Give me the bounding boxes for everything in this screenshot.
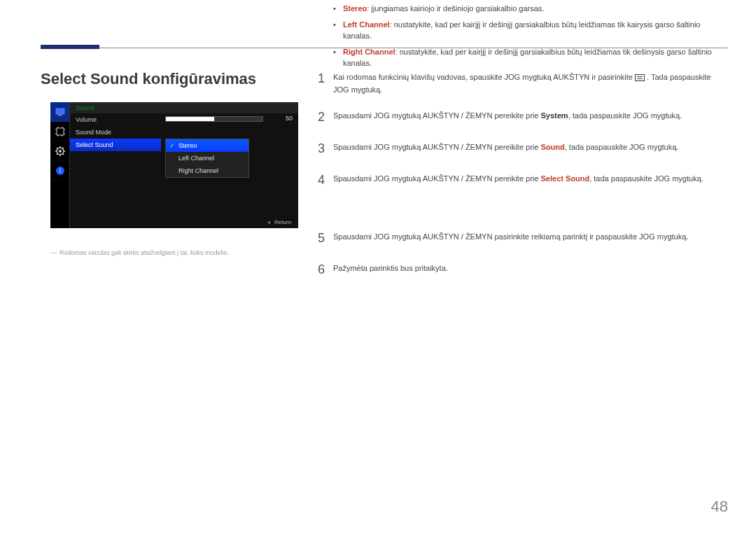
bullet-list: • Stereo: įjungiamas kairiojo ir dešinio… xyxy=(333,3,725,69)
step-number: 5 xyxy=(318,228,333,248)
header-rule-accent xyxy=(41,45,99,49)
step-number: 2 xyxy=(318,107,333,127)
step-body: Spausdami JOG mygtuką AUKŠTYN / ŽEMYN pa… xyxy=(333,228,728,248)
step-body: Spausdami JOG mygtuką AUKŠTYN / ŽEMYN pe… xyxy=(333,107,728,127)
osd-disclaimer-text: Rodomas vaizdas gali skirtis atsižvelgia… xyxy=(59,249,229,256)
svg-rect-2 xyxy=(57,128,64,135)
step-text: , tada paspauskite JOG mygtuką. xyxy=(568,111,682,120)
osd-body: Volume Sound Mode Select Sound 50 Stereo… xyxy=(70,113,298,228)
menu-icon xyxy=(635,74,645,81)
svg-rect-0 xyxy=(56,108,64,114)
bullet-text: : nustatykite, kad per kairįjį ir dešinį… xyxy=(343,20,700,41)
volume-slider[interactable] xyxy=(165,116,263,122)
bullet-text: : įjungiamas kairiojo ir dešiniojo garsi… xyxy=(367,4,544,13)
bullet-label: Stereo xyxy=(343,4,367,13)
option-stereo[interactable]: Stereo xyxy=(166,139,248,152)
osd-sidebar: i xyxy=(50,102,70,228)
osd-row-volume[interactable]: Volume xyxy=(70,113,161,126)
step-text: Spausdami JOG mygtuką AUKŠTYN / ŽEMYN pe… xyxy=(333,111,541,120)
osd-tab-picture-icon[interactable] xyxy=(50,102,69,122)
step-1: 1 Kai rodomas funkcinių klavišų vadovas,… xyxy=(318,69,728,96)
bullet-dot-icon: • xyxy=(333,46,343,69)
osd-tab-settings-icon[interactable] xyxy=(50,141,69,161)
step-number: 1 xyxy=(318,69,333,96)
bullet-right: • Right Channel: nustatykite, kad per ka… xyxy=(333,46,725,69)
volume-value: 50 xyxy=(286,115,293,122)
header-rule xyxy=(41,48,728,48)
step-text: Kai rodomas funkcinių klavišų vadovas, s… xyxy=(333,73,635,81)
keyword-sound: Sound xyxy=(541,143,565,151)
bullet-left: • Left Channel: nustatykite, kad per kai… xyxy=(333,19,725,42)
bullet-dot-icon: • xyxy=(333,3,343,15)
steps-list: 1 Kai rodomas funkcinių klavišų vadovas,… xyxy=(318,69,728,202)
step-number: 6 xyxy=(318,260,333,280)
bullet-label: Left Channel xyxy=(343,20,390,29)
step-text: , tada paspauskite JOG mygtuką. xyxy=(589,174,704,183)
osd-row-select-sound[interactable]: Select Sound xyxy=(70,139,161,151)
page-title: Select Sound konfigūravimas xyxy=(41,70,256,88)
osd-panel: i Sound Volume Sound Mode Select Sound 5… xyxy=(50,102,298,228)
step-2: 2 Spausdami JOG mygtuką AUKŠTYN / ŽEMYN … xyxy=(318,107,728,127)
osd-main: Sound Volume Sound Mode Select Sound 50 … xyxy=(70,102,298,228)
bullet-text: : nustatykite, kad per kairįjį ir dešinį… xyxy=(343,48,712,68)
step-body: Spausdami JOG mygtuką AUKŠTYN / ŽEMYN pe… xyxy=(333,170,728,190)
step-body: Spausdami JOG mygtuką AUKŠTYN / ŽEMYN pe… xyxy=(333,139,728,159)
osd-tab-screen-icon[interactable] xyxy=(50,122,69,141)
osd-header: Sound xyxy=(70,102,298,113)
osd-row-sound-mode[interactable]: Sound Mode xyxy=(70,126,161,139)
osd-disclaimer: ―Rodomas vaizdas gali skirtis atsižvelgi… xyxy=(50,249,229,256)
osd-menu-column: Volume Sound Mode Select Sound xyxy=(70,113,161,228)
bullet-dot-icon: • xyxy=(333,19,343,42)
step-text: Spausdami JOG mygtuką AUKŠTYN / ŽEMYN pe… xyxy=(333,174,541,183)
step-number: 3 xyxy=(318,139,333,159)
step-number: 4 xyxy=(318,170,333,190)
step-4: 4 Spausdami JOG mygtuką AUKŠTYN / ŽEMYN … xyxy=(318,170,728,190)
step-body: Pažymėta parinktis bus pritaikyta. xyxy=(333,260,728,280)
keyword-select-sound: Select Sound xyxy=(541,174,590,183)
osd-return[interactable]: Return xyxy=(267,219,291,225)
option-left-channel[interactable]: Left Channel xyxy=(166,152,248,164)
page-number: 48 xyxy=(711,498,728,516)
steps-list-cont: 5 Spausdami JOG mygtuką AUKŠTYN / ŽEMYN … xyxy=(318,228,728,291)
bullet-stereo: • Stereo: įjungiamas kairiojo ir dešinio… xyxy=(333,3,725,15)
svg-text:i: i xyxy=(59,167,61,174)
osd-value-column: 50 Stereo Left Channel Right Channel xyxy=(161,113,298,228)
step-text: Spausdami JOG mygtuką AUKŠTYN / ŽEMYN pe… xyxy=(333,143,541,151)
keyword-system: System xyxy=(541,111,568,120)
bullet-label: Right Channel xyxy=(343,48,396,56)
select-sound-dropdown: Stereo Left Channel Right Channel xyxy=(165,139,249,178)
step-6: 6 Pažymėta parinktis bus pritaikyta. xyxy=(318,260,728,280)
step-text: , tada paspauskite JOG mygtuką. xyxy=(565,143,679,151)
osd-tab-info-icon[interactable]: i xyxy=(50,161,69,181)
option-right-channel[interactable]: Right Channel xyxy=(166,164,248,177)
step-body: Kai rodomas funkcinių klavišų vadovas, s… xyxy=(333,69,728,96)
svg-point-4 xyxy=(59,150,62,153)
svg-rect-1 xyxy=(58,115,62,115)
step-5: 5 Spausdami JOG mygtuką AUKŠTYN / ŽEMYN … xyxy=(318,228,728,248)
step-3: 3 Spausdami JOG mygtuką AUKŠTYN / ŽEMYN … xyxy=(318,139,728,159)
